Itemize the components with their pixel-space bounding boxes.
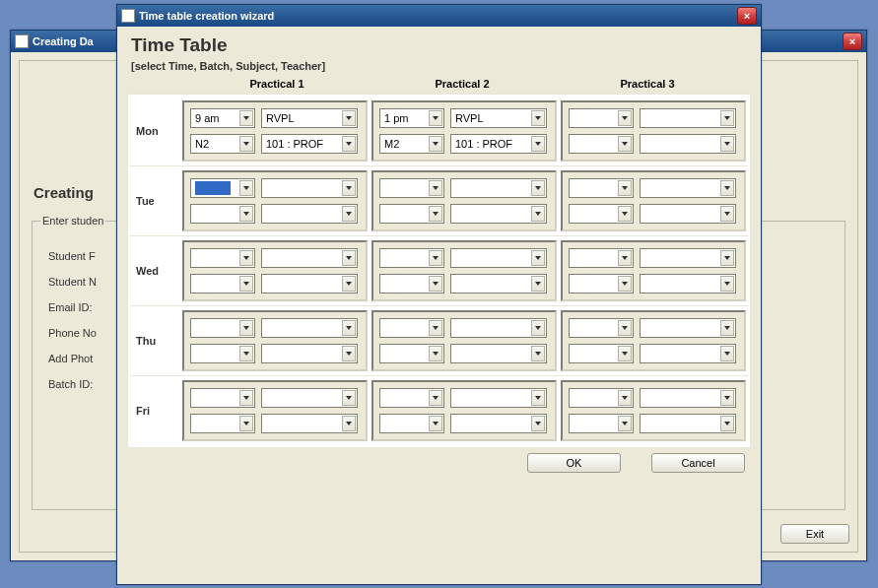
chevron-down-icon[interactable] — [342, 416, 356, 431]
teacher-select[interactable] — [640, 344, 736, 363]
batch-select[interactable] — [379, 274, 444, 294]
chevron-down-icon[interactable] — [239, 250, 253, 266]
subject-select[interactable] — [450, 318, 547, 338]
batch-select[interactable] — [379, 414, 444, 433]
chevron-down-icon[interactable] — [531, 390, 545, 406]
chevron-down-icon[interactable] — [342, 110, 356, 126]
chevron-down-icon[interactable] — [429, 416, 442, 431]
teacher-select[interactable] — [261, 414, 358, 433]
batch-select[interactable] — [569, 414, 634, 433]
chevron-down-icon[interactable] — [531, 206, 545, 222]
batch-select[interactable]: M2 — [379, 134, 444, 154]
teacher-select[interactable] — [450, 344, 547, 363]
chevron-down-icon[interactable] — [429, 180, 442, 196]
chevron-down-icon[interactable] — [342, 346, 356, 361]
subject-select[interactable] — [640, 248, 736, 268]
chevron-down-icon[interactable] — [720, 346, 734, 361]
chevron-down-icon[interactable] — [531, 110, 545, 126]
exit-button[interactable]: Exit — [780, 524, 849, 544]
chevron-down-icon[interactable] — [720, 206, 734, 222]
subject-select[interactable] — [450, 388, 547, 408]
chevron-down-icon[interactable] — [531, 250, 545, 266]
time-select[interactable] — [190, 318, 255, 338]
chevron-down-icon[interactable] — [618, 180, 632, 196]
teacher-select[interactable] — [450, 204, 547, 224]
close-icon[interactable]: × — [843, 33, 862, 50]
cancel-button[interactable]: Cancel — [651, 453, 745, 473]
batch-select[interactable] — [190, 344, 255, 363]
chevron-down-icon[interactable] — [429, 110, 442, 126]
subject-select[interactable] — [640, 108, 736, 128]
teacher-select[interactable] — [640, 414, 736, 433]
chevron-down-icon[interactable] — [720, 276, 734, 292]
chevron-down-icon[interactable] — [239, 416, 253, 431]
subject-select[interactable] — [261, 248, 358, 268]
chevron-down-icon[interactable] — [720, 390, 734, 406]
subject-select[interactable] — [261, 318, 358, 338]
teacher-select[interactable]: 101 : PROF — [261, 134, 358, 154]
chevron-down-icon[interactable] — [720, 320, 734, 336]
chevron-down-icon[interactable] — [720, 110, 734, 126]
teacher-select[interactable]: 101 : PROF — [450, 134, 547, 154]
teacher-select[interactable] — [261, 274, 358, 294]
subject-select[interactable] — [640, 178, 736, 198]
chevron-down-icon[interactable] — [618, 390, 632, 406]
batch-select[interactable] — [190, 204, 255, 224]
chevron-down-icon[interactable] — [720, 250, 734, 266]
chevron-down-icon[interactable] — [239, 346, 253, 361]
chevron-down-icon[interactable] — [342, 250, 356, 266]
time-select[interactable]: 9 am — [190, 108, 255, 128]
chevron-down-icon[interactable] — [239, 390, 253, 406]
chevron-down-icon[interactable] — [239, 110, 253, 126]
teacher-select[interactable] — [450, 414, 547, 433]
chevron-down-icon[interactable] — [720, 416, 734, 431]
subject-select[interactable] — [640, 388, 736, 408]
time-select[interactable] — [379, 248, 444, 268]
subject-select[interactable]: RVPL — [450, 108, 547, 128]
ok-button[interactable]: OK — [527, 453, 621, 473]
chevron-down-icon[interactable] — [720, 136, 734, 152]
batch-select[interactable]: N2 — [190, 134, 255, 154]
close-icon[interactable]: × — [737, 7, 757, 25]
batch-select[interactable] — [379, 204, 444, 224]
time-select[interactable] — [569, 248, 634, 268]
subject-select[interactable] — [450, 178, 547, 198]
chevron-down-icon[interactable] — [239, 180, 253, 196]
chevron-down-icon[interactable] — [531, 276, 545, 292]
batch-select[interactable] — [569, 344, 634, 363]
teacher-select[interactable] — [261, 204, 358, 224]
chevron-down-icon[interactable] — [429, 320, 442, 336]
chevron-down-icon[interactable] — [342, 136, 356, 152]
batch-select[interactable] — [569, 134, 634, 154]
chevron-down-icon[interactable] — [618, 416, 632, 431]
chevron-down-icon[interactable] — [429, 390, 442, 406]
time-select[interactable]: 1 pm — [379, 108, 444, 128]
chevron-down-icon[interactable] — [342, 276, 356, 292]
teacher-select[interactable] — [640, 274, 736, 294]
time-select[interactable] — [379, 388, 444, 408]
chevron-down-icon[interactable] — [342, 320, 356, 336]
subject-select[interactable]: RVPL — [261, 108, 358, 128]
time-select[interactable] — [379, 318, 444, 338]
chevron-down-icon[interactable] — [429, 276, 442, 292]
chevron-down-icon[interactable] — [531, 136, 545, 152]
chevron-down-icon[interactable] — [239, 136, 253, 152]
chevron-down-icon[interactable] — [618, 110, 632, 126]
time-select[interactable] — [569, 388, 634, 408]
chevron-down-icon[interactable] — [720, 180, 734, 196]
teacher-select[interactable] — [450, 274, 547, 294]
chevron-down-icon[interactable] — [429, 206, 442, 222]
chevron-down-icon[interactable] — [531, 320, 545, 336]
chevron-down-icon[interactable] — [531, 180, 545, 196]
time-select[interactable] — [190, 388, 255, 408]
time-select[interactable] — [569, 318, 634, 338]
batch-select[interactable] — [379, 344, 444, 363]
subject-select[interactable] — [261, 178, 358, 198]
batch-select[interactable] — [190, 274, 255, 294]
teacher-select[interactable] — [261, 344, 358, 363]
chevron-down-icon[interactable] — [531, 416, 545, 431]
chevron-down-icon[interactable] — [239, 320, 253, 336]
time-select[interactable] — [569, 108, 634, 128]
time-select[interactable] — [379, 178, 444, 198]
batch-select[interactable] — [190, 414, 255, 433]
